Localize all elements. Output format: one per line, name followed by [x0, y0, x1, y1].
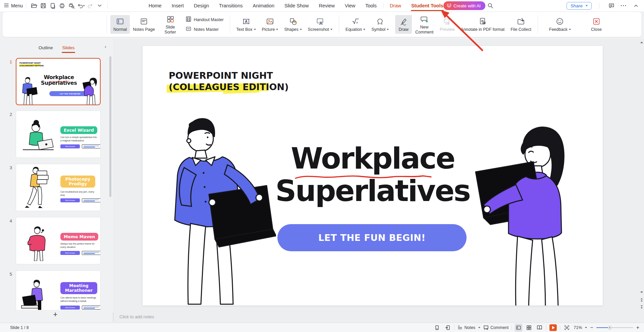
normal-view-button[interactable]: Normal	[110, 15, 130, 34]
scroll-down-button[interactable]	[640, 290, 643, 294]
preview-button[interactable]: Preview	[437, 15, 458, 34]
slide-editor-surface[interactable]: POWERPOINT NIGHT (COLLEAGUES EDITION) Wo…	[143, 46, 603, 306]
add-slide-button[interactable]: +	[50, 310, 60, 319]
presentation-app-window: Menu Home Insert Design Transitions Anim…	[0, 0, 644, 332]
file-collect-button[interactable]: File Collect	[507, 15, 534, 34]
canvas-scrollbar[interactable]	[639, 39, 644, 312]
main-menu-button[interactable]: Menu	[4, 3, 23, 8]
tab-design[interactable]: Design	[189, 0, 214, 11]
zoom-slider-handle[interactable]	[608, 326, 612, 330]
mobile-view-button[interactable]	[433, 324, 441, 331]
redo-button[interactable]	[86, 2, 94, 10]
tab-home[interactable]: Home	[144, 0, 167, 11]
mini-badge: Photocopy Prodigy	[60, 176, 95, 188]
notes-page-button[interactable]: Notes Page	[130, 15, 158, 34]
draw-button[interactable]: Draw	[395, 15, 412, 34]
mini-short-answer-button: Short Answer	[60, 144, 80, 148]
save-button[interactable]	[39, 2, 47, 10]
text-box-button[interactable]: A Text Box	[233, 15, 259, 34]
comments-panel-button[interactable]	[607, 2, 615, 10]
open-file-button[interactable]	[30, 2, 38, 10]
shapes-button[interactable]: Shapes	[281, 15, 305, 34]
equation-label: Equation	[345, 27, 365, 32]
collapse-sidebar-button[interactable]: ‹	[105, 44, 106, 49]
equation-button[interactable]: x Equation	[342, 15, 368, 34]
create-with-ai-button[interactable]: Create with AI	[443, 1, 485, 10]
tab-tools[interactable]: Tools	[360, 0, 382, 11]
annotate-pdf-button[interactable]: P Annotate in PDF format	[458, 15, 508, 34]
tab-insert[interactable]: Insert	[167, 0, 189, 11]
slide-kicker-textbox[interactable]: POWERPOINT NIGHT (COLLEAGUES EDITION)	[169, 70, 289, 93]
picture-button[interactable]: Picture	[259, 15, 281, 34]
zoom-in-button[interactable]: +	[636, 325, 639, 330]
shapes-icon	[289, 17, 298, 26]
cta-button-shape[interactable]: LET THE FUN BEGIN!	[277, 224, 467, 251]
normal-view-toggle[interactable]	[515, 324, 522, 331]
sidebar-scrollbar[interactable]	[109, 56, 111, 197]
masters-group: Handout Master Notes Master	[185, 16, 224, 33]
share-button[interactable]: Share	[567, 2, 592, 10]
tab-animation[interactable]: Animation	[248, 0, 279, 11]
search-button[interactable]	[486, 2, 494, 10]
tab-student-tools[interactable]: Student Tools	[406, 0, 448, 11]
tab-transitions[interactable]: Transitions	[214, 0, 248, 11]
slides-tab[interactable]: Slides	[62, 44, 75, 52]
slideshow-play-button[interactable]	[549, 324, 557, 331]
tab-draw[interactable]: Draw	[385, 0, 406, 11]
print-button[interactable]	[58, 2, 66, 10]
scroll-up-button[interactable]	[640, 40, 643, 44]
mini-description: Always has the perfect meme for every si…	[60, 242, 99, 249]
export-button[interactable]	[49, 2, 57, 10]
more-options-button[interactable]: ···	[621, 3, 627, 9]
chevron-down-icon	[586, 5, 588, 6]
heading-line1: Workplace	[291, 141, 454, 176]
fit-slide-button[interactable]	[563, 324, 571, 331]
previous-slide-button[interactable]	[640, 297, 643, 302]
comment-button[interactable]: Comment	[483, 325, 508, 330]
symbol-label: Symbol	[371, 27, 389, 32]
reading-view-toggle[interactable]	[536, 324, 543, 331]
zoom-out-button[interactable]: −	[590, 325, 593, 330]
zoom-slider-track[interactable]	[596, 327, 633, 328]
collapse-ribbon-button[interactable]	[632, 2, 640, 10]
mini-description: Can troubleshoot any jam, every time.	[60, 190, 99, 197]
main-menu-tabs: Home Insert Design Transitions Animation…	[144, 0, 448, 11]
divider	[560, 325, 560, 330]
close-ribbon-tab-button[interactable]: Close	[588, 15, 605, 34]
tab-slide-show[interactable]: Slide Show	[279, 0, 314, 11]
screenshot-button[interactable]: Screenshot	[305, 15, 335, 34]
handout-master-button[interactable]: Handout Master	[185, 16, 224, 23]
slide-thumbnail-3[interactable]: Photocopy Prodigy Can troubleshoot any j…	[16, 164, 101, 211]
outline-tab[interactable]: Outline	[38, 44, 54, 52]
slide-sorter-label: Slide Sorter	[161, 25, 180, 35]
normal-view-icon	[516, 325, 521, 330]
notes-toggle-button[interactable]: Notes	[458, 325, 480, 330]
slide-sorter-button[interactable]: Slide Sorter	[158, 13, 183, 36]
slide-number: 2	[6, 112, 12, 117]
export-doc-icon	[49, 2, 56, 9]
tab-view[interactable]: View	[340, 0, 360, 11]
more-quick-commands-button[interactable]	[96, 2, 104, 10]
new-comment-button[interactable]: New Comment	[412, 13, 437, 36]
grid-view-icon	[526, 325, 532, 330]
zoom-level-button[interactable]: 71%	[574, 325, 587, 330]
slide-thumbnail-5[interactable]: Meeting Marathoner Can attend back-to-ba…	[16, 270, 101, 310]
slide-thumbnail-2[interactable]: Excel Wizard Can turn a simple spreadshe…	[16, 111, 101, 158]
print-preview-button[interactable]	[67, 2, 75, 10]
slide-thumbnail-1[interactable]: POWERPOINT NIGHT(COLLEAGUES EDITION) Wor…	[16, 58, 101, 105]
mini-figure-man	[19, 77, 39, 105]
slide-sorter-view-toggle[interactable]	[525, 324, 533, 331]
handout-master-icon	[185, 16, 192, 23]
slide-thumbnail-4[interactable]: Meme Maven Always has the perfect meme f…	[16, 217, 101, 264]
notes-master-button[interactable]: Notes Master	[185, 26, 224, 33]
cast-to-device-button[interactable]	[444, 324, 451, 331]
svg-text:x: x	[356, 20, 358, 24]
tab-review[interactable]: Review	[314, 0, 340, 11]
zoom-slider[interactable]	[596, 327, 633, 328]
kicker-line2: (COLLEAGUES EDITION)	[169, 82, 289, 92]
notes-panel[interactable]: Click to add notes	[113, 312, 644, 323]
undo-button[interactable]	[77, 2, 85, 10]
symbol-button[interactable]: Symbol	[368, 15, 392, 34]
feedback-button[interactable]: Feedback	[546, 15, 574, 34]
next-slide-button[interactable]	[640, 305, 643, 309]
